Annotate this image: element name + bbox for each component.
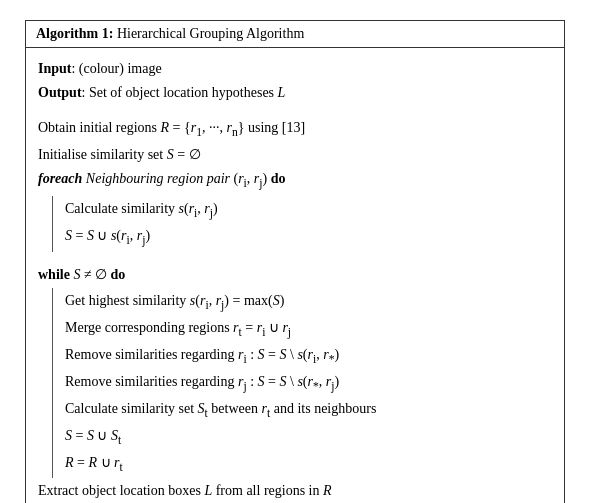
input-line: Input: (colour) image (38, 58, 552, 80)
foreach-body-line1: Calculate similarity s(ri, rj) (65, 198, 218, 223)
initialise-text: Initialise similarity set S = ∅ (38, 147, 201, 162)
foreach-block: Calculate similarity s(ri, rj) S = S ∪ s… (38, 195, 552, 252)
while-body-line4: Remove similarities regarding rj : S = S… (65, 371, 376, 396)
input-label: Input (38, 61, 71, 76)
foreach-line: foreach Neighbouring region pair (ri, rj… (38, 168, 552, 193)
while-body-line1: Get highest similarity s(ri, rj) = max(S… (65, 290, 376, 315)
extract-line: Extract object location boxes L from all… (38, 480, 552, 502)
output-var: L (278, 85, 286, 100)
output-label: Output (38, 85, 82, 100)
while-body-line2: Merge corresponding regions rt = ri ∪ rj (65, 317, 376, 342)
while-condition: S ≠ ∅ do (70, 267, 125, 282)
while-body-line7: R = R ∪ rt (65, 452, 376, 477)
algorithm-title: Hierarchical Grouping Algorithm (113, 26, 304, 41)
output-line: Output: Set of object location hypothese… (38, 82, 552, 104)
algorithm-header: Algorithm 1: Hierarchical Grouping Algor… (26, 21, 564, 48)
foreach-block-bar: Calculate similarity s(ri, rj) S = S ∪ s… (52, 196, 218, 252)
input-text: : (colour) image (71, 61, 161, 76)
while-keyword: while (38, 267, 70, 282)
while-line: while S ≠ ∅ do (38, 264, 552, 286)
output-text: : Set of object location hypotheses (82, 85, 278, 100)
while-block: Get highest similarity s(ri, rj) = max(S… (38, 287, 552, 478)
foreach-text: Neighbouring region pair (ri, rj) do (82, 171, 285, 186)
obtain-text: Obtain initial regions R = {r1, ···, rn}… (38, 120, 305, 135)
initialise-line: Initialise similarity set S = ∅ (38, 144, 552, 166)
while-body-line3: Remove similarities regarding ri : S = S… (65, 344, 376, 369)
algorithm-container: Algorithm 1: Hierarchical Grouping Algor… (25, 20, 565, 503)
while-body-line5: Calculate similarity set St between rt a… (65, 398, 376, 423)
obtain-regions-line: Obtain initial regions R = {r1, ···, rn}… (38, 117, 552, 142)
while-body-line6: S = S ∪ St (65, 425, 376, 450)
algorithm-number: Algorithm 1: (36, 26, 113, 41)
algorithm-body: Input: (colour) image Output: Set of obj… (26, 48, 564, 503)
foreach-keyword: foreach (38, 171, 82, 186)
while-block-bar: Get highest similarity s(ri, rj) = max(S… (52, 288, 376, 478)
foreach-body-line2: S = S ∪ s(ri, rj) (65, 225, 218, 250)
